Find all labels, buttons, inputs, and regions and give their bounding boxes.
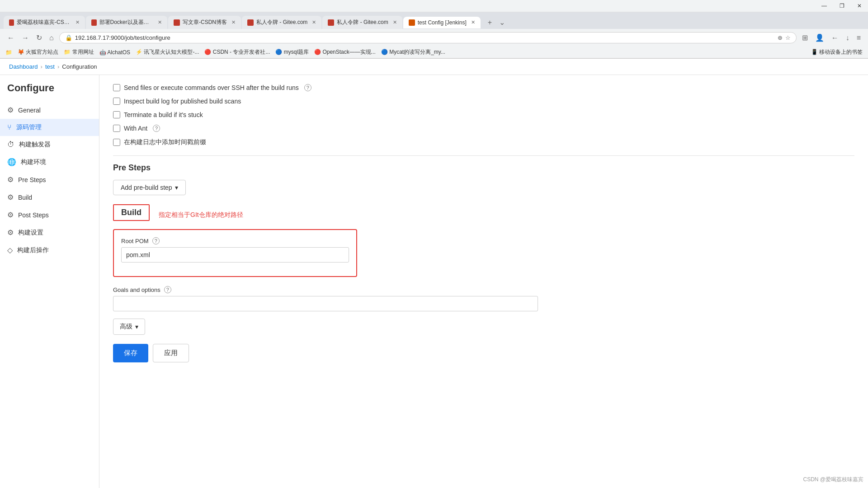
goals-input[interactable] (113, 296, 538, 311)
download-button[interactable]: ↓ (844, 32, 851, 44)
bookmark-mysql[interactable]: 🔵 mysql题库 (275, 48, 309, 56)
bookmark-mobile[interactable]: 📱 移动设备上的书签 (811, 48, 863, 56)
apply-button[interactable]: 应用 (153, 344, 189, 362)
checkbox-timestamp-label: 在构建日志中添加时间戳前缀 (124, 138, 206, 146)
build-form: Root POM ? (113, 229, 357, 277)
breadcrumb-test[interactable]: test (45, 63, 55, 70)
menu-button[interactable]: ≡ (855, 32, 863, 44)
extensions-button[interactable]: ⊞ (800, 32, 810, 44)
tab-favicon (328, 19, 334, 26)
sidebar-item-label: Post Steps (18, 211, 49, 219)
new-tab-button[interactable]: + (485, 18, 495, 28)
history-back-button[interactable]: ← (830, 32, 840, 44)
tab-bar: 爱喝荔枝味嘉宾-CSDN博客× ✕ 部署Docker以及基础命令-× ✕ 写文章… (0, 12, 868, 29)
forward-button[interactable]: → (20, 32, 31, 44)
url-bar[interactable]: 🔒 192.168.7.17:9000/job/test/configure ⊕… (59, 32, 797, 43)
bookmark-common[interactable]: 📁 常用网址 (64, 48, 94, 56)
tab-docker[interactable]: 部署Docker以及基础命令-× ✕ (86, 16, 167, 29)
translate-icon[interactable]: ⊕ (778, 34, 783, 41)
advanced-chevron-icon: ▾ (135, 323, 138, 330)
sidebar-item-poststeps[interactable]: ⚙ Post Steps (0, 206, 99, 224)
maximize-button[interactable]: ❐ (833, 1, 851, 11)
tab-gitee1[interactable]: 私人令牌 - Gitee.com ✕ (242, 16, 321, 29)
help-icon-ssh[interactable]: ? (304, 84, 311, 91)
tab-csdn1[interactable]: 爱喝荔枝味嘉宾-CSDN博客× ✕ (4, 16, 85, 29)
tab-close-icon[interactable]: ✕ (312, 19, 316, 25)
back-button[interactable]: ← (5, 32, 16, 44)
checkbox-timestamp[interactable] (113, 139, 120, 146)
sidebar-title: Configure (0, 82, 99, 101)
bookmarks-label: 📁 (5, 49, 12, 56)
save-button[interactable]: 保存 (113, 344, 148, 362)
checkbox-ssh[interactable] (113, 84, 120, 91)
checkbox-withant[interactable] (113, 125, 120, 132)
sidebar-item-label: 构建环境 (21, 158, 46, 166)
sidebar-item-postbuild[interactable]: ◇ 构建后操作 (0, 241, 99, 259)
tab-jenkins[interactable]: test Config [Jenkins] ✕ (403, 17, 481, 28)
checkbox-row-withant: With Ant ? (113, 125, 854, 132)
tab-list-button[interactable]: ⌄ (496, 17, 508, 28)
bookmark-csdn[interactable]: 🔴 CSDN - 专业开发者社... (204, 48, 270, 56)
add-prebuild-step-button[interactable]: Add pre-build step ▾ (113, 180, 186, 195)
refresh-button[interactable]: ↻ (34, 32, 44, 44)
minimize-button[interactable]: — (815, 1, 833, 11)
main-content: Send files or execute commands over SSH … (99, 75, 868, 488)
tab-title: 私人令牌 - Gitee.com (256, 19, 307, 26)
checkbox-withant-label: With Ant (124, 125, 147, 132)
checkbox-row-ssh: Send files or execute commands over SSH … (113, 84, 854, 91)
help-icon-goals[interactable]: ? (164, 286, 171, 293)
checkbox-row-terminate: Terminate a build if it's stuck (113, 111, 854, 118)
tab-close-icon[interactable]: ✕ (393, 19, 397, 25)
tab-gitee2[interactable]: 私人令牌 - Gitee.com ✕ (322, 16, 402, 29)
sidebar-item-build[interactable]: ⚙ Build (0, 188, 99, 206)
watermark: CSDN @爱喝荔枝味嘉宾 (803, 476, 863, 483)
tab-title: 部署Docker以及基础命令-× (99, 19, 153, 26)
sidebar-item-presteps[interactable]: ⚙ Pre Steps (0, 171, 99, 188)
bookmark-openstack[interactable]: 🔴 OpenStack——实现... (314, 48, 376, 56)
tab-favicon (174, 19, 180, 26)
tab-close-icon[interactable]: ✕ (158, 19, 162, 25)
checkbox-inspect[interactable] (113, 98, 120, 105)
tab-close-icon[interactable]: ✕ (471, 19, 475, 25)
tab-favicon (9, 19, 14, 26)
bookmark-alchat[interactable]: 🤖 AlchatOS (99, 49, 130, 56)
sidebar-item-settings[interactable]: ⚙ 构建设置 (0, 224, 99, 241)
advanced-button[interactable]: 高级 ▾ (113, 319, 145, 335)
checkbox-ssh-label: Send files or execute commands over SSH … (124, 84, 299, 91)
root-pom-input[interactable] (121, 247, 349, 263)
gear-icon: ⚙ (7, 106, 14, 114)
tab-close-icon[interactable]: ✕ (75, 19, 80, 25)
sidebar-item-source[interactable]: ⑂ 源码管理 (0, 119, 99, 136)
sidebar-item-triggers[interactable]: ⏱ 构建触发器 (0, 136, 99, 153)
branch-icon: ⑂ (7, 123, 12, 131)
tab-title: 爱喝荔枝味嘉宾-CSDN博客× (17, 19, 71, 26)
dropdown-chevron-icon: ▾ (175, 184, 178, 191)
bookmark-xunfei[interactable]: ⚡ 讯飞星火认知大模型-... (136, 48, 199, 56)
sidebar-item-general[interactable]: ⚙ General (0, 101, 99, 119)
breadcrumb-dashboard[interactable]: Dashboard (9, 63, 38, 70)
tab-favicon (91, 19, 97, 26)
bookmark-mycat[interactable]: 🔵 Mycat的读写分离_my... (381, 48, 445, 56)
add-step-label: Add pre-build step (121, 184, 172, 191)
breadcrumb: Dashboard › test › Configuration (0, 59, 868, 75)
clock-icon: ⏱ (7, 141, 14, 149)
checkbox-row-inspect: Inspect build log for published build sc… (113, 98, 854, 105)
bookmark-icon[interactable]: ☆ (785, 34, 791, 41)
home-button[interactable]: ⌂ (47, 32, 56, 44)
sidebar-item-label: Build (18, 194, 32, 201)
sidebar-item-label: General (18, 107, 41, 114)
url-text: 192.168.7.17:9000/job/test/configure (75, 34, 775, 41)
build-title: Build (113, 204, 150, 221)
tab-close-icon[interactable]: ✕ (231, 19, 236, 25)
tab-write[interactable]: 写文章-CSDN博客 ✕ (168, 16, 241, 29)
sidebar-item-label: Pre Steps (18, 176, 46, 183)
help-icon-rootpom[interactable]: ? (152, 237, 160, 244)
help-icon-withant[interactable]: ? (153, 125, 160, 132)
sidebar-item-env[interactable]: 🌐 构建环境 (0, 153, 99, 171)
user-button[interactable]: 👤 (813, 32, 826, 44)
checkbox-terminate[interactable] (113, 111, 120, 118)
bookmark-foxofficial[interactable]: 🦊 火狐官方站点 (18, 48, 58, 56)
checkbox-row-timestamp: 在构建日志中添加时间戳前缀 (113, 138, 854, 146)
address-bar: ← → ↻ ⌂ 🔒 192.168.7.17:9000/job/test/con… (0, 29, 868, 47)
close-button[interactable]: ✕ (851, 1, 868, 11)
